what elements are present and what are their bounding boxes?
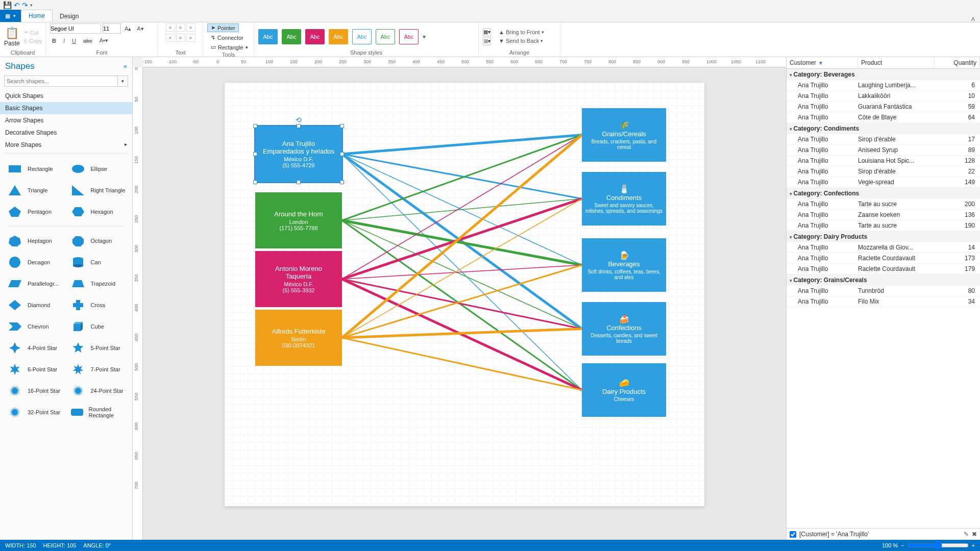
h-align-grid[interactable]: ≡≡≡: [166, 34, 195, 42]
grid-data-row[interactable]: Ana TrujilloLouisiana Hot Spic...128: [787, 156, 980, 166]
grid-data-row[interactable]: Ana TrujilloTarte au sucre200: [787, 199, 980, 210]
paste-button[interactable]: 📋 Paste: [4, 24, 20, 49]
resize-handle[interactable]: [340, 152, 344, 156]
grid-data-row[interactable]: Ana TrujilloVegie-spread149: [787, 177, 980, 188]
shape-item[interactable]: Cross: [67, 296, 129, 314]
shape-item[interactable]: 4-Point Star: [4, 339, 65, 357]
zoom-out-icon[interactable]: −: [901, 542, 904, 548]
style-swatch[interactable]: Abc: [399, 29, 419, 44]
shapes-search-input[interactable]: [4, 76, 118, 87]
rectangle-tool[interactable]: ▭Rectangle▾: [207, 43, 252, 52]
shape-category[interactable]: More Shapes: [0, 139, 132, 151]
shape-item[interactable]: 24-Point Star: [67, 382, 129, 400]
shrink-font-icon[interactable]: A▾: [135, 25, 145, 33]
grid-data-row[interactable]: Ana TrujilloRaclette Courdavault173: [787, 253, 980, 264]
customer-node[interactable]: Ana TrujilloEmparedados y heladosMéxico …: [255, 126, 342, 182]
grid-data-row[interactable]: Ana TrujilloGuaraná Fantástica59: [787, 102, 980, 112]
col-quantity[interactable]: Quantity: [935, 57, 980, 68]
clear-filter-icon[interactable]: ✖: [972, 531, 977, 538]
resize-handle[interactable]: [253, 124, 257, 128]
collapse-ribbon-icon[interactable]: ᐱ: [971, 16, 975, 22]
shape-item[interactable]: 6-Point Star: [4, 360, 65, 379]
shape-item[interactable]: Hexagon: [67, 203, 129, 221]
shape-item[interactable]: Rounded Rectangle: [67, 403, 129, 421]
grid-group-row[interactable]: Category: Grains/Cereals: [787, 274, 980, 286]
tab-design[interactable]: Design: [53, 11, 86, 22]
shape-item[interactable]: Chevron: [4, 317, 65, 336]
diagram-page[interactable]: Ana TrujilloEmparedados y heladosMéxico …: [225, 83, 704, 506]
resize-handle[interactable]: [340, 180, 344, 184]
shape-category[interactable]: Decorative Shapes: [0, 127, 132, 139]
col-product[interactable]: Product: [858, 57, 935, 68]
shape-category[interactable]: Basic Shapes: [0, 102, 132, 114]
shape-item[interactable]: 16-Point Star: [4, 382, 65, 400]
style-swatch[interactable]: Abc: [329, 29, 348, 44]
grid-group-row[interactable]: Category: Beverages: [787, 69, 980, 80]
resize-handle[interactable]: [297, 180, 301, 184]
connector-tool[interactable]: ↯Connector: [207, 33, 247, 42]
cut-button[interactable]: ✂Cut: [22, 29, 44, 36]
grid-data-row[interactable]: Ana TrujilloTunnbröd80: [787, 286, 980, 296]
style-swatch[interactable]: Abc: [305, 29, 325, 44]
edit-filter-icon[interactable]: ✎: [964, 531, 969, 538]
qat-dropdown-icon[interactable]: ▾: [30, 3, 33, 8]
style-swatch[interactable]: Abc: [258, 29, 278, 44]
grid-data-row[interactable]: Ana TrujilloLakkalikööri10: [787, 91, 980, 102]
grid-data-row[interactable]: Ana TrujilloCôte de Blaye64: [787, 112, 980, 123]
font-family-select[interactable]: [50, 23, 101, 34]
copy-button[interactable]: ⎘Copy: [22, 37, 44, 44]
undo-icon[interactable]: ↶: [14, 1, 20, 9]
resize-handle[interactable]: [253, 152, 257, 156]
grid-group-row[interactable]: Category: Confections: [787, 188, 980, 199]
v-align-grid[interactable]: ≡≡≡: [166, 23, 195, 32]
grid-data-row[interactable]: Ana TrujilloZaanse koeken136: [787, 210, 980, 220]
grid-data-row[interactable]: Ana TrujilloTarte au sucre190: [787, 220, 980, 231]
filter-icon[interactable]: ▼: [818, 60, 823, 66]
category-node[interactable]: 🧂CondimentsSweet and savory sauces, reli…: [582, 172, 666, 226]
resize-handle[interactable]: [253, 180, 257, 184]
resize-handle[interactable]: [297, 124, 301, 128]
style-swatch[interactable]: Abc: [282, 29, 301, 44]
shape-item[interactable]: 32-Point Star: [4, 403, 65, 421]
shape-category[interactable]: Arrow Shapes: [0, 114, 132, 127]
canvas-scroll[interactable]: Ana TrujilloEmparedados y heladosMéxico …: [143, 67, 786, 540]
file-tab[interactable]: ▦: [0, 10, 21, 22]
filter-checkbox[interactable]: [790, 531, 796, 538]
resize-handle[interactable]: [340, 124, 344, 128]
style-swatch[interactable]: Abc: [352, 29, 372, 44]
pointer-tool[interactable]: ➤Pointer: [207, 23, 239, 32]
shape-item[interactable]: Triangle: [4, 181, 65, 199]
shape-item[interactable]: 7-Point Star: [67, 360, 129, 379]
category-node[interactable]: 🍰ConfectionsDesserts, candies, and sweet…: [582, 302, 666, 356]
grid-data-row[interactable]: Ana TrujilloMozzarella di Giov...14: [787, 242, 980, 253]
zoom-in-icon[interactable]: +: [972, 542, 975, 548]
font-size-select[interactable]: [103, 23, 121, 34]
shape-item[interactable]: Heptagon: [4, 232, 65, 250]
send-back-button[interactable]: ▼Send to Back▾: [496, 37, 547, 45]
shape-item[interactable]: Right Triangle: [67, 181, 129, 199]
grid-body[interactable]: Category: BeveragesAna TrujilloLaughing …: [787, 69, 980, 528]
col-customer[interactable]: Customer▼: [787, 57, 858, 68]
align-shapes-icon[interactable]: ▦▾: [483, 28, 491, 36]
bring-front-button[interactable]: ▲Bring to Front▾: [496, 28, 547, 36]
bold-button[interactable]: B: [50, 37, 58, 44]
customer-node[interactable]: Antonio MorenoTaqueríaMéxico D.F.(5) 555…: [255, 251, 342, 307]
category-node[interactable]: 🧀Dairy ProductsCheeses: [582, 363, 666, 417]
shape-item[interactable]: Can: [67, 253, 129, 271]
grid-data-row[interactable]: Ana TrujilloSirop d'érable22: [787, 166, 980, 177]
zoom-slider[interactable]: [908, 541, 969, 549]
grid-data-row[interactable]: Ana TrujilloLaughing Lumberja...6: [787, 80, 980, 91]
tab-home[interactable]: Home: [21, 10, 53, 22]
shape-item[interactable]: Octagon: [67, 232, 129, 250]
save-icon[interactable]: 💾: [3, 1, 12, 9]
collapse-shapes-icon[interactable]: «: [124, 63, 127, 70]
redo-icon[interactable]: ↷: [22, 1, 28, 9]
grid-data-row[interactable]: Ana TrujilloSirop d'érable17: [787, 134, 980, 145]
style-gallery-more[interactable]: ▾: [423, 33, 426, 40]
grid-data-row[interactable]: Ana TrujilloAniseed Syrup89: [787, 145, 980, 156]
grow-font-icon[interactable]: A▴: [122, 25, 133, 33]
grid-data-row[interactable]: Ana TrujilloFilo Mix34: [787, 296, 980, 307]
strike-button[interactable]: abc: [81, 37, 94, 44]
shape-style-gallery[interactable]: AbcAbcAbcAbcAbcAbcAbc▾: [258, 23, 474, 49]
group-shapes-icon[interactable]: ⊞▾: [483, 37, 491, 45]
